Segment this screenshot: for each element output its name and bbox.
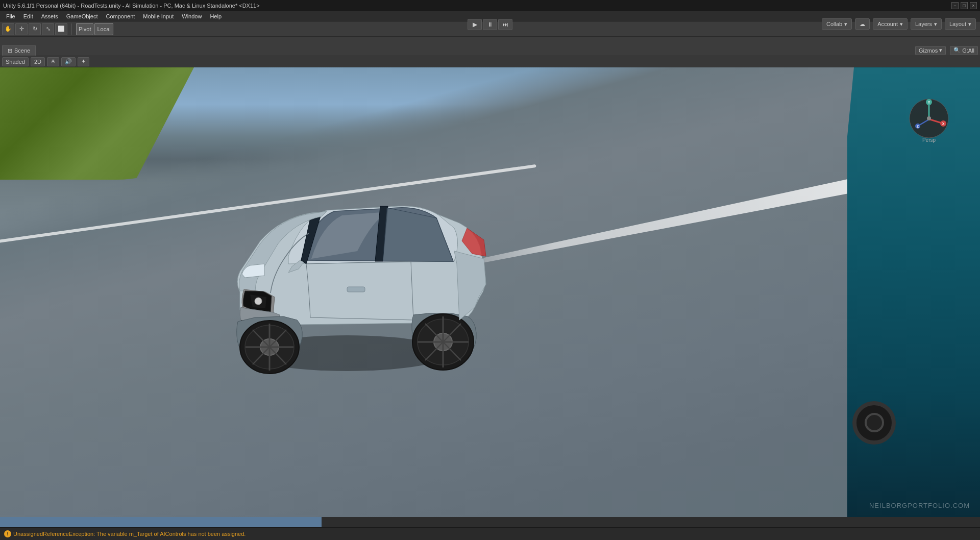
layers-button[interactable]: Layers ▾ — [911, 18, 942, 30]
gizmo-compass: Y X Z Persp — [909, 98, 949, 139]
scene-tab-label: Scene — [14, 47, 30, 54]
shaded-button[interactable]: Shaded — [2, 57, 29, 66]
scene-tab[interactable]: ⊞ Scene — [2, 45, 36, 56]
status-error: ! UnassignedReferenceException: The vari… — [4, 530, 246, 537]
minimize-button[interactable]: − — [951, 2, 959, 9]
layout-button[interactable]: Layout ▾ — [945, 18, 976, 30]
move-tool-button[interactable]: ✛ — [15, 23, 28, 35]
svg-rect-16 — [347, 287, 365, 292]
scene-canvas[interactable]: Y X Z Persp — [0, 67, 980, 527]
gizmos-dropdown-icon: ▾ — [939, 47, 942, 54]
svg-text:Y: Y — [928, 101, 930, 104]
pause-button[interactable]: ⏸ — [483, 19, 497, 30]
menu-help[interactable]: Help — [206, 12, 226, 20]
title-bar: Unity 5.6.1f1 Personal (64bit) - RoadTes… — [0, 0, 980, 11]
scene-icon: ⊞ — [8, 47, 12, 54]
rect-tool-button[interactable]: ⬜ — [55, 23, 67, 35]
search-value: G:All — [962, 47, 974, 54]
status-bar: ! UnassignedReferenceException: The vari… — [0, 527, 980, 540]
svg-text:Z: Z — [917, 125, 919, 128]
lighting-button[interactable]: ☀ — [47, 57, 59, 66]
hand-tool-button[interactable]: ✋ — [2, 23, 14, 35]
play-button[interactable]: ▶ — [468, 19, 482, 30]
tool-group-transform: ✋ ✛ ↻ ⤡ ⬜ — [2, 23, 67, 35]
svg-point-1 — [255, 298, 262, 305]
gizmos-label: Gizmos — [919, 47, 938, 54]
menu-mobile-input[interactable]: Mobile Input — [139, 12, 178, 20]
scene-area: ⊞ Scene Gizmos ▾ 🔍 G:All Shaded 2D ☀ 🔊 ✦ — [0, 45, 980, 527]
gizmos-button[interactable]: Gizmos ▾ — [915, 46, 946, 55]
pivot-group: Pivot Local — [76, 23, 113, 35]
window-controls[interactable]: − □ × — [951, 2, 977, 9]
scene-search[interactable]: 🔍 G:All — [950, 46, 978, 55]
sub-toolbar: Shaded 2D ☀ 🔊 ✦ — [0, 56, 980, 67]
svg-point-27 — [927, 116, 931, 120]
layers-label: Layers — [915, 21, 932, 27]
scene-tab-bar: ⊞ Scene Gizmos ▾ 🔍 G:All — [0, 45, 980, 56]
collab-label: Collab — [826, 21, 842, 27]
cloud-button[interactable]: ☁ — [855, 18, 870, 30]
step-button[interactable]: ⏭ — [498, 19, 512, 30]
account-label: Account — [877, 21, 898, 27]
close-button[interactable]: × — [970, 2, 977, 9]
error-message: UnassignedReferenceException: The variab… — [13, 531, 246, 537]
account-button[interactable]: Account ▾ — [873, 18, 908, 30]
window-title: Unity 5.6.1f1 Personal (64bit) - RoadTes… — [3, 3, 951, 9]
account-dropdown-icon: ▾ — [900, 21, 903, 28]
2d-button[interactable]: 2D — [31, 57, 45, 66]
collab-dropdown-icon: ▾ — [844, 21, 847, 28]
menu-component[interactable]: Component — [102, 12, 139, 20]
local-button[interactable]: Local — [94, 23, 113, 35]
audio-button[interactable]: 🔊 — [61, 57, 76, 66]
scene-background: Y X Z Persp — [0, 67, 980, 527]
car-model — [199, 139, 495, 379]
rotate-tool-button[interactable]: ↻ — [29, 23, 41, 35]
layers-dropdown-icon: ▾ — [934, 21, 937, 28]
car-svg — [199, 139, 495, 379]
menu-window[interactable]: Window — [178, 12, 206, 20]
pivot-button[interactable]: Pivot — [76, 23, 93, 35]
search-icon: 🔍 — [953, 47, 961, 54]
toolbar-separator-1 — [71, 23, 72, 35]
watermark: NEILBORGPORTFOLIO.COM — [869, 502, 970, 509]
layout-dropdown-icon: ▾ — [968, 21, 971, 28]
error-icon: ! — [4, 530, 11, 537]
menu-file[interactable]: File — [2, 12, 19, 20]
maximize-button[interactable]: □ — [961, 2, 968, 9]
menu-assets[interactable]: Assets — [37, 12, 62, 20]
collab-button[interactable]: Collab ▾ — [822, 18, 852, 30]
gizmo-svg: Y X Z — [909, 98, 949, 139]
layout-label: Layout — [949, 21, 966, 27]
progress-segment — [0, 517, 322, 527]
menu-gameobject[interactable]: GameObject — [62, 12, 102, 20]
menu-edit[interactable]: Edit — [19, 12, 37, 20]
right-toolbar: Collab ▾ ☁ Account ▾ Layers ▾ Layout ▾ — [822, 18, 976, 30]
teal-wheel — [852, 401, 896, 445]
scale-tool-button[interactable]: ⤡ — [42, 23, 54, 35]
cloud-icon: ☁ — [860, 21, 865, 28]
scene-tab-right: Gizmos ▾ 🔍 G:All — [915, 46, 978, 55]
svg-text:X: X — [942, 122, 945, 126]
bottom-progress-bar — [0, 517, 980, 527]
play-controls: ▶ ⏸ ⏭ — [468, 19, 512, 30]
effects-button[interactable]: ✦ — [78, 57, 89, 66]
